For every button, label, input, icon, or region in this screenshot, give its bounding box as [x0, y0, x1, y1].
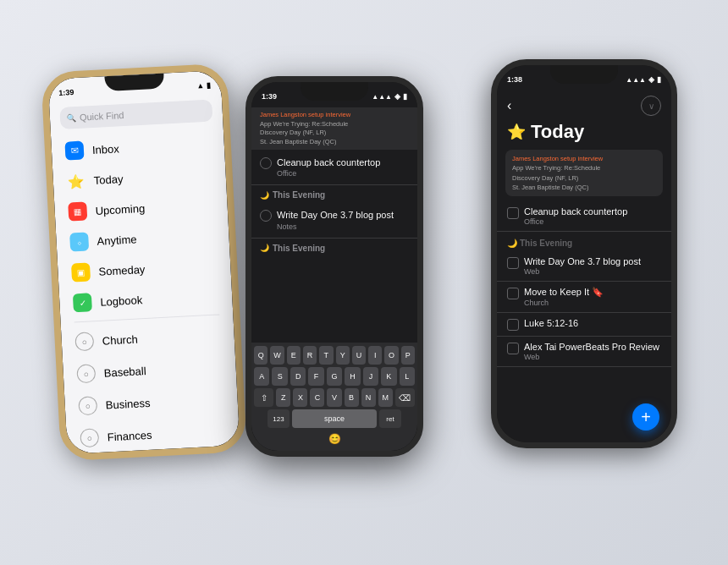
- key-w[interactable]: W: [270, 346, 284, 365]
- right-checkbox-3[interactable]: [507, 288, 519, 299]
- nav-list: ✉ Inbox ⭐ Today ▦ Upcoming ⬦ Anyt: [51, 128, 233, 319]
- baseball-label: Baseball: [103, 365, 146, 380]
- right-task-writeday[interactable]: Write Day One 3.7 blog post Web: [497, 251, 671, 282]
- key-v[interactable]: V: [327, 388, 341, 407]
- section1-label: This Evening: [273, 190, 325, 200]
- someday-label: Someday: [98, 262, 146, 277]
- phone-left-screen: 1:39 ▲ ▮ 🔍 Quick Find ✉ Inbox ⭐: [48, 70, 240, 454]
- banner-line-1: James Langston setup interview: [260, 111, 409, 120]
- key-c[interactable]: C: [310, 388, 324, 407]
- emoji-button[interactable]: 😊: [328, 433, 341, 445]
- key-g[interactable]: G: [327, 367, 342, 386]
- right-banner-1: James Langston setup interview: [512, 154, 656, 163]
- kb-row-3: ⇧ Z X C V B N M ⌫: [254, 388, 415, 407]
- baseball-icon: ○: [76, 364, 96, 383]
- star-icon: ⭐: [507, 123, 526, 141]
- anytime-label: Anytime: [97, 233, 137, 247]
- key-q[interactable]: Q: [254, 346, 267, 365]
- right-task-alex[interactable]: Alex Tai PowerBeats Pro Review Web: [497, 337, 671, 367]
- key-t[interactable]: T: [319, 346, 333, 365]
- key-h[interactable]: H: [345, 367, 360, 386]
- return-key[interactable]: ret: [379, 409, 401, 428]
- right-task2-sub: Web: [524, 267, 641, 276]
- battery-icon-mid: ▮: [403, 92, 407, 101]
- right-checkbox-1[interactable]: [507, 207, 519, 219]
- back-button[interactable]: ‹: [507, 98, 511, 113]
- list-groups: ○ Church ○ Baseball ○ Business ○ Finance…: [61, 318, 240, 454]
- upcoming-icon: ▦: [68, 201, 87, 221]
- banner-line-2: App We're Trying: Re:Schedule: [260, 120, 409, 129]
- right-section-evening: 🌙 This Evening: [497, 232, 671, 251]
- num-key[interactable]: 123: [267, 409, 290, 428]
- key-p[interactable]: P: [401, 346, 415, 365]
- status-icons-right: ▲▲▲ ◈ ▮: [626, 75, 661, 84]
- right-task1-sub: Office: [524, 217, 627, 226]
- today-label: Today: [93, 173, 123, 187]
- key-m[interactable]: M: [378, 388, 393, 407]
- inbox-icon: ✉: [64, 141, 84, 161]
- key-b[interactable]: B: [345, 388, 359, 407]
- checkbox-1[interactable]: [260, 157, 272, 169]
- key-z[interactable]: Z: [276, 388, 290, 407]
- checkbox-2[interactable]: [260, 210, 272, 222]
- task1-title: Cleanup back countertop: [277, 156, 380, 168]
- circle-button[interactable]: ∨: [641, 96, 661, 116]
- time-left: 1:39: [58, 88, 74, 97]
- upcoming-label: Upcoming: [95, 201, 145, 217]
- key-y[interactable]: Y: [336, 346, 350, 365]
- right-banner-3: Discovery Day (NF, LR): [512, 173, 656, 183]
- right-banner-2: App We're Trying: Re:Schedule: [512, 163, 656, 173]
- right-task-luke[interactable]: Luke 5:12-16: [497, 313, 671, 337]
- search-label: Quick Find: [80, 110, 124, 123]
- fab-icon: +: [641, 408, 651, 427]
- search-icon: 🔍: [67, 113, 77, 123]
- mid-section-2: 🌙 This Evening: [251, 239, 417, 255]
- key-o[interactable]: O: [384, 346, 398, 365]
- right-checkbox-5[interactable]: [507, 343, 519, 354]
- fab-button[interactable]: +: [632, 403, 659, 431]
- right-checkbox-2[interactable]: [507, 257, 519, 269]
- right-task1-title: Cleanup back countertop: [524, 206, 627, 217]
- mid-banner: James Langston setup interview App We're…: [251, 107, 417, 150]
- mid-task-1[interactable]: Cleanup back countertop Office: [251, 150, 417, 185]
- key-i[interactable]: I: [368, 346, 382, 365]
- shift-key[interactable]: ⇧: [254, 388, 273, 407]
- key-u[interactable]: U: [352, 346, 366, 365]
- phone-middle: 1:39 ▲▲▲ ◈ ▮ James Langston setup interv…: [245, 76, 423, 457]
- kb-row-1: Q W E R T Y U I O P: [254, 346, 415, 365]
- key-l[interactable]: L: [400, 367, 415, 386]
- logbook-label: Logbook: [100, 293, 143, 309]
- wifi-icon-right: ◈: [648, 75, 654, 84]
- right-banner-4: St. Jean Baptiste Day (QC): [512, 183, 656, 192]
- right-banner: James Langston setup interview App We're…: [505, 150, 663, 196]
- key-a[interactable]: A: [254, 367, 269, 386]
- mid-task-2[interactable]: Write Day One 3.7 blog post Notes: [251, 202, 417, 238]
- key-d[interactable]: D: [290, 367, 306, 386]
- phone-right-screen: 1:38 ▲▲▲ ◈ ▮ ‹ ∨ ⭐ Today James Langston …: [497, 65, 671, 442]
- wifi-icon-mid: ◈: [394, 92, 400, 101]
- key-f[interactable]: F: [308, 367, 323, 386]
- right-task-moveto[interactable]: Move to Keep It 🔖 Church: [497, 282, 671, 313]
- page-title: Today: [531, 121, 584, 143]
- key-e[interactable]: E: [287, 346, 301, 365]
- key-r[interactable]: R: [303, 346, 317, 365]
- delete-key[interactable]: ⌫: [395, 388, 415, 407]
- task2-sub: Notes: [277, 222, 394, 231]
- key-j[interactable]: J: [363, 367, 378, 386]
- task2-title: Write Day One 3.7 blog post: [277, 209, 394, 221]
- key-n[interactable]: N: [361, 388, 376, 407]
- right-task-cleanup[interactable]: Cleanup back countertop Office: [497, 201, 671, 232]
- key-s[interactable]: S: [272, 367, 287, 386]
- battery-icon: ▮: [207, 81, 212, 90]
- notch-right: [550, 65, 618, 84]
- key-x[interactable]: X: [293, 388, 307, 407]
- right-nav-header: ‹ ∨: [497, 91, 671, 119]
- logbook-icon: ✓: [73, 293, 92, 312]
- space-key[interactable]: space: [292, 409, 377, 428]
- right-checkbox-4[interactable]: [507, 319, 519, 331]
- right-task2-title: Write Day One 3.7 blog post: [524, 256, 641, 266]
- right-task3-title: Move to Keep It 🔖: [524, 287, 604, 298]
- someday-icon: ▣: [71, 262, 91, 282]
- key-k[interactable]: K: [381, 367, 396, 386]
- search-bar[interactable]: 🔍 Quick Find: [59, 100, 212, 129]
